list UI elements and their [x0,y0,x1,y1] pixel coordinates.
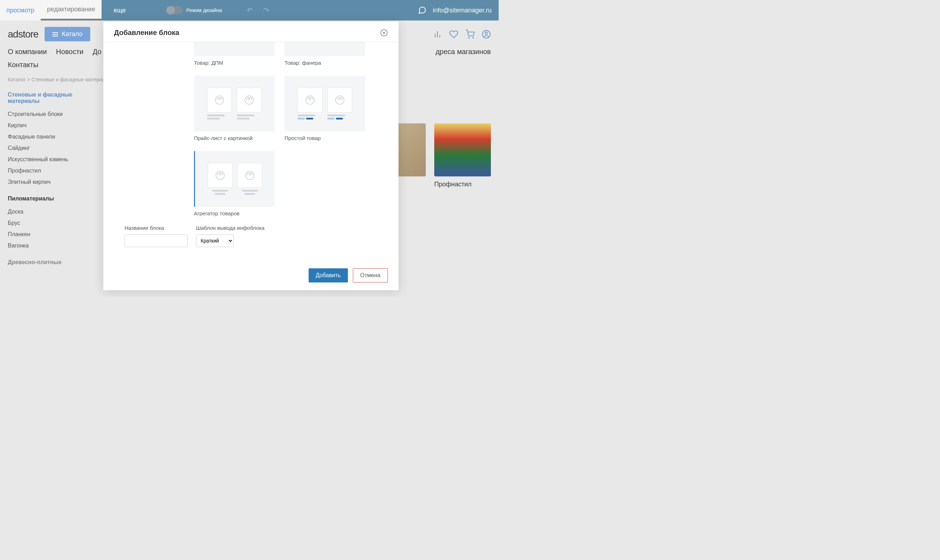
cat-icon [245,171,255,180]
modal-header: Добавление блока [103,22,398,42]
sidebar: Стеновые и фасадные материалы Строительн… [8,92,93,270]
cat-icon [306,95,315,105]
block-item-pricelist[interactable]: Прайс-лист с картинкой [194,75,275,141]
modal-title: Добавление блока [114,29,179,37]
product-card[interactable]: Профнастил [434,123,491,188]
block-item-plywood[interactable]: Товар: фанера [284,42,365,66]
nav-addresses[interactable]: дреса магазинов [436,48,491,56]
nav-do[interactable]: До [93,48,102,56]
mini-card [327,88,352,120]
cat-icon [245,95,254,105]
cat-icon [216,171,225,180]
product-image [434,123,491,176]
breadcrumb-current: Стеновые и фасадные материал [31,77,108,82]
svg-point-0 [469,37,469,38]
hamburger-icon [52,32,58,36]
svg-point-1 [473,37,474,38]
input-block-name[interactable] [125,234,188,247]
product-title: Профнастил [434,181,491,188]
undo-icon[interactable]: ↶ [247,6,253,14]
catalog-button[interactable]: Катало [45,27,90,42]
tab-preview[interactable]: просмотр [0,0,41,20]
mini-img [238,163,262,188]
contact: info@sitemanager.ru [418,6,492,14]
modal-close-button[interactable] [380,29,388,37]
block-item-aggregator[interactable]: Агрегатор товаров [194,151,275,216]
sidebar-item[interactable]: Элитный кирпич [8,176,93,188]
add-button[interactable]: Добавить [309,268,348,283]
sidebar-item[interactable]: Планкен [8,229,93,240]
sidebar-item[interactable]: Доска [8,206,93,217]
mini-lines [210,190,230,195]
sidebar-group-wall[interactable]: Стеновые и фасадные материалы [8,92,93,104]
redo-icon[interactable]: ↷ [263,6,269,14]
sidebar-item[interactable]: Брус [8,217,93,229]
mini-lines [298,115,323,120]
compare-icon[interactable] [433,30,442,39]
contact-email[interactable]: info@sitemanager.ru [433,7,492,14]
block-item-simple[interactable]: Простой товар [284,75,365,141]
sidebar-item[interactable]: Сайдинг [8,143,93,154]
sidebar-items-2: Доска Брус Планкен Вагонка [8,206,93,251]
select-template[interactable]: Краткий [196,234,234,247]
topbar-right: еще Режим дизайна ↶ ↷ info@sitemanager.r… [102,6,499,14]
breadcrumb-sep: > [27,77,30,82]
mini-card [238,163,262,195]
close-icon [380,29,388,37]
nav-contacts[interactable]: Контакты [8,61,38,69]
block-grid: Товар: ДПМ Товар: фанера Прайс- [114,42,388,216]
block-preview [194,75,275,132]
chat-icon[interactable] [418,6,426,14]
field-template: Шаблон вывода инфоблока Краткий [196,225,264,247]
mini-card [237,88,262,120]
sidebar-item[interactable]: Строительные блоки [8,109,93,120]
sidebar-item[interactable]: Вагонка [8,240,93,251]
cancel-button[interactable]: Отмена [353,268,388,283]
header-icons [433,30,491,39]
nav-news[interactable]: Новости [56,48,83,56]
topbar: просмотр редактирование еще Режим дизайн… [0,0,499,20]
block-label: Прайс-лист с картинкой [194,135,275,141]
mini-lines [240,190,260,195]
block-item-dpm[interactable]: Товар: ДПМ [194,42,275,66]
design-mode-toggle-wrap: Режим дизайна [167,6,222,14]
cart-icon[interactable] [465,30,475,39]
catalog-label: Катало [62,31,82,38]
sidebar-item[interactable]: Кирпич [8,120,93,131]
sidebar-group-wood[interactable]: Древесно-плитные [8,259,93,266]
block-preview [194,42,275,56]
label-block-name: Название блока [125,225,188,231]
block-preview-selected [194,151,275,207]
more-menu[interactable]: еще [114,7,126,14]
heart-icon[interactable] [449,30,458,39]
sidebar-item[interactable]: Профнастил [8,165,93,176]
block-label: Простой товар [284,135,365,141]
breadcrumb-catalog[interactable]: Каталог [8,77,26,82]
undo-redo: ↶ ↷ [247,6,269,14]
logo[interactable]: adstore [8,29,38,40]
sidebar-item[interactable]: Фасадные панели [8,131,93,143]
block-label: Товар: ДПМ [194,60,275,66]
mini-card [207,88,232,120]
mini-img [207,88,232,112]
block-preview [284,42,365,56]
topbar-tabs: просмотр редактирование [0,0,102,20]
block-label: Агрегатор товаров [194,210,275,216]
nav-about[interactable]: О компании [8,48,47,56]
sidebar-items-1: Строительные блоки Кирпич Фасадные панел… [8,109,93,188]
block-label: Товар: фанера [284,60,365,66]
field-block-name: Название блока [125,225,188,247]
cat-icon [215,95,224,105]
mini-img [208,163,233,188]
design-mode-toggle[interactable] [167,6,182,14]
mini-img [327,88,352,112]
sidebar-item[interactable]: Искусственный камень [8,154,93,165]
mini-lines [327,115,352,120]
mini-lines [207,115,232,120]
label-template: Шаблон вывода инфоблока [196,225,264,231]
sidebar-group-lumber[interactable]: Пиломатериалы [8,195,93,202]
modal-body: Товар: ДПМ Товар: фанера Прайс- [103,42,398,260]
user-icon[interactable] [482,30,491,39]
add-block-modal: Добавление блока Товар: ДПМ Товар: фанер… [103,22,398,290]
tab-edit[interactable]: редактирование [41,0,102,20]
